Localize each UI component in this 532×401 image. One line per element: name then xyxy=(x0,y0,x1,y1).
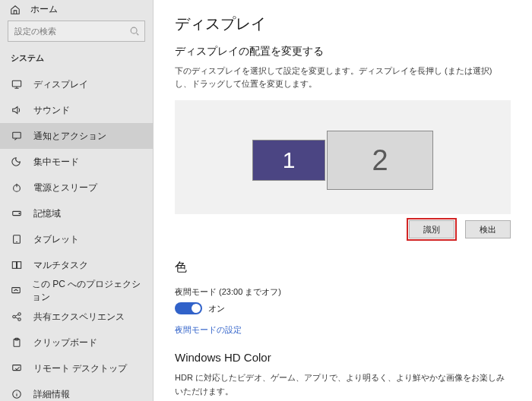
sidebar-item-label: 詳細情報 xyxy=(33,388,70,401)
sidebar-item-notify[interactable]: 通知とアクション xyxy=(0,123,153,149)
nightlight-toggle-row: オン xyxy=(175,302,511,314)
nightlight-settings-link[interactable]: 夜間モードの設定 xyxy=(175,324,242,336)
search-input[interactable] xyxy=(14,27,129,36)
monitor-2[interactable]: 2 xyxy=(327,131,433,190)
sidebar-item-label: 共有エクスペリエンス xyxy=(33,311,125,324)
toggle-knob xyxy=(192,304,201,313)
sidebar-item-label: 集中モード xyxy=(33,156,79,169)
power-icon xyxy=(11,182,23,194)
focus-icon xyxy=(11,156,23,168)
nightlight-toggle[interactable] xyxy=(175,302,202,314)
sidebar-item-label: この PC へのプロジェクション xyxy=(32,278,142,304)
project-icon xyxy=(11,285,21,297)
clipboard-icon xyxy=(11,336,23,349)
svg-point-12 xyxy=(18,318,21,321)
sidebar-item-focus[interactable]: 集中モード xyxy=(0,149,153,175)
settings-sidebar: ホーム システム ディスプレイサウンド通知とアクション集中モード電源とスリープ記… xyxy=(0,0,154,401)
color-heading: 色 xyxy=(175,260,511,276)
sidebar-item-storage[interactable]: 記憶域 xyxy=(0,200,153,226)
share-icon xyxy=(11,311,23,323)
svg-rect-8 xyxy=(17,262,21,269)
svg-point-10 xyxy=(13,315,16,318)
page-title: ディスプレイ xyxy=(175,14,511,34)
sidebar-item-label: サウンド xyxy=(33,104,70,117)
sidebar-item-remote[interactable]: リモート デスクトップ xyxy=(0,355,153,381)
sidebar-item-label: ディスプレイ xyxy=(33,78,88,91)
nightlight-label: 夜間モード (23:00 までオフ) xyxy=(175,286,511,298)
svg-rect-9 xyxy=(12,288,21,293)
about-icon xyxy=(11,388,23,400)
sidebar-item-display[interactable]: ディスプレイ xyxy=(0,71,153,97)
sidebar-item-tablet[interactable]: タブレット xyxy=(0,226,153,252)
display-buttons: 識別 検出 xyxy=(175,220,511,238)
sidebar-item-label: 記憶域 xyxy=(33,207,61,220)
svg-point-5 xyxy=(19,213,20,213)
remote-icon xyxy=(11,362,23,374)
sidebar-item-label: クリップボード xyxy=(33,336,97,349)
notify-icon xyxy=(11,130,23,142)
svg-rect-1 xyxy=(12,81,21,87)
monitor-layout: 1 2 xyxy=(252,131,433,190)
search-field[interactable] xyxy=(8,21,145,42)
search-container xyxy=(0,16,153,49)
arrange-description: 下のディスプレイを選択して設定を変更します。ディスプレイを長押し (または選択)… xyxy=(175,65,511,90)
sound-icon xyxy=(11,104,23,116)
tablet-icon xyxy=(11,233,23,245)
toggle-state-label: オン xyxy=(208,303,225,314)
display-icon xyxy=(11,78,23,90)
hd-color-description: HDR に対応したビデオ、ゲーム、アプリで、より明るく、より鮮やかな画像をお楽し… xyxy=(175,371,511,398)
arrange-heading: ディスプレイの配置を変更する xyxy=(175,45,511,58)
svg-rect-2 xyxy=(13,132,21,138)
multitask-icon xyxy=(11,259,23,271)
sidebar-item-multitask[interactable]: マルチタスク xyxy=(0,252,153,278)
sidebar-item-label: 電源とスリープ xyxy=(33,182,97,194)
monitor-1[interactable]: 1 xyxy=(252,140,325,181)
home-link[interactable]: ホーム xyxy=(0,3,153,16)
home-label: ホーム xyxy=(30,3,58,16)
sidebar-item-clipboard[interactable]: クリップボード xyxy=(0,330,153,355)
sidebar-item-share[interactable]: 共有エクスペリエンス xyxy=(0,304,153,330)
sidebar-item-sound[interactable]: サウンド xyxy=(0,97,153,123)
svg-point-0 xyxy=(131,27,137,33)
sidebar-item-label: 通知とアクション xyxy=(33,130,106,143)
identify-button[interactable]: 識別 xyxy=(409,220,454,238)
sidebar-item-label: マルチタスク xyxy=(33,259,88,272)
display-arrange-area[interactable]: 1 2 xyxy=(175,100,511,214)
svg-point-11 xyxy=(18,313,21,316)
sidebar-item-about[interactable]: 詳細情報 xyxy=(0,381,153,401)
hd-color-heading: Windows HD Color xyxy=(175,351,511,364)
category-heading: システム xyxy=(0,49,153,71)
detect-button[interactable]: 検出 xyxy=(465,220,511,238)
main-panel: ディスプレイ ディスプレイの配置を変更する 下のディスプレイを選択して設定を変更… xyxy=(154,0,532,401)
sidebar-item-label: タブレット xyxy=(33,233,79,246)
home-icon xyxy=(9,4,21,16)
svg-rect-7 xyxy=(12,262,16,269)
sidebar-item-project[interactable]: この PC へのプロジェクション xyxy=(0,278,153,304)
sidebar-item-label: リモート デスクトップ xyxy=(33,362,127,375)
search-icon xyxy=(129,26,140,36)
sidebar-nav: ディスプレイサウンド通知とアクション集中モード電源とスリープ記憶域タブレットマル… xyxy=(0,71,153,401)
storage-icon xyxy=(11,207,23,219)
sidebar-item-power[interactable]: 電源とスリープ xyxy=(0,175,153,200)
